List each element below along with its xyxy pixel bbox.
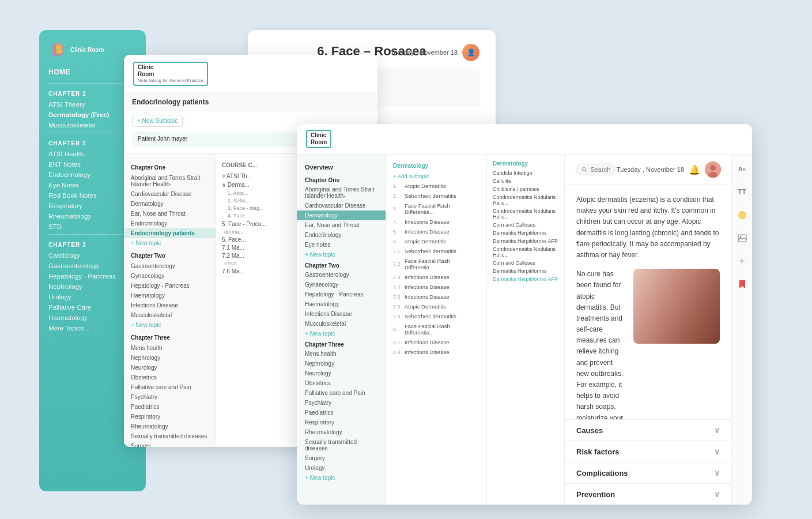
cw2-pallia[interactable]: Palliative care and Pain xyxy=(297,388,386,398)
cw2-musculo[interactable]: Musculoskeletal xyxy=(297,319,386,329)
new-subtopic-btn[interactable]: + New Subtopic xyxy=(132,115,183,127)
accordion-prevention[interactable]: Prevention ∨ xyxy=(565,483,731,505)
cw2-obst[interactable]: Obstetrics xyxy=(297,378,386,388)
cw2-resp[interactable]: Respiratory xyxy=(297,418,386,427)
sidebar-ear-1[interactable]: Ear, Nose and Throat xyxy=(124,209,216,219)
sidebar-cardio-1[interactable]: Cardiovascular Disease xyxy=(124,189,216,199)
cw2-aboriginal[interactable]: Aboriginal and Torres Strait Islander He… xyxy=(297,185,386,201)
sidebar-paed-1[interactable]: Paediatrics xyxy=(124,402,216,412)
sidebar-rheum-1[interactable]: Rheumatology xyxy=(124,422,216,431)
sidebar-gastro-1[interactable]: Gastroenterology xyxy=(124,261,216,271)
sublist-condro-3[interactable]: Condrodermatitis Nodularis Holic... xyxy=(487,245,564,259)
sidebar-musculo-1[interactable]: Musculoskeletal xyxy=(124,310,216,320)
add-btn[interactable]: + xyxy=(735,254,750,269)
list-item-5[interactable]: 5.Infections Disease xyxy=(386,227,486,236)
sidebar-resp-1[interactable]: Respiratory xyxy=(124,412,216,422)
cw2-sti[interactable]: Sexually transmitted diseases xyxy=(297,437,386,453)
sidebar-derm-1[interactable]: Dermatology xyxy=(124,199,216,209)
sidebar-endo-patients[interactable]: Endocrinology patients xyxy=(124,228,216,238)
highlight-btn[interactable] xyxy=(735,208,750,223)
list-item-1[interactable]: 1.Atopic Dermatitis xyxy=(386,181,486,191)
cw2-surg[interactable]: Surgery xyxy=(297,453,386,463)
cw2-mens[interactable]: Mens health xyxy=(297,349,386,359)
list-item-4[interactable]: 4.Infections Disease xyxy=(386,217,486,227)
sidebar-obst-1[interactable]: Obstetrics xyxy=(124,373,216,382)
accordion-prevention-header[interactable]: Prevention ∨ xyxy=(576,490,720,499)
list-item-7-8[interactable]: 7.8Seborrheic dermatitis xyxy=(386,311,486,321)
accordion-complications[interactable]: Complications ∨ xyxy=(565,462,731,483)
sublist-condro-1[interactable]: Condrodermatitis Nodularis Helic... xyxy=(487,193,564,207)
list-item-3[interactable]: 3.Face Fascial Rash Differentia... xyxy=(386,201,486,217)
sublist-chilblains[interactable]: Chilblains / pernosis xyxy=(487,185,564,193)
sidebar-haem-1[interactable]: Haematology xyxy=(124,291,216,300)
sidebar-surg-1[interactable]: Surgery xyxy=(124,441,216,447)
accordion-risk[interactable]: Risk factors ∨ xyxy=(565,441,731,462)
text-format-btn[interactable]: TT xyxy=(735,185,750,200)
list-item-2[interactable]: 2.Seborrheic dermatitis xyxy=(386,191,486,201)
cw2-add-3[interactable]: + New topic xyxy=(297,473,386,483)
search-notes-container[interactable] xyxy=(575,163,617,176)
cw2-rheum[interactable]: Rheumatology xyxy=(297,427,386,437)
image-btn[interactable] xyxy=(735,231,750,246)
cw2-urol[interactable]: Urology xyxy=(297,463,386,473)
bookmark-btn[interactable] xyxy=(735,277,750,292)
sublist-condro-2[interactable]: Condrodermatitis Nodularis Helic... xyxy=(487,207,564,221)
sidebar-hep-1[interactable]: Hepatology - Pancreas xyxy=(124,281,216,291)
cw2-haem[interactable]: Haematology xyxy=(297,299,386,309)
sublist-cellulite[interactable]: Cellulite xyxy=(487,177,564,185)
sublist-derm-herpiti[interactable]: Dermatitis Herpitiformis xyxy=(487,229,564,237)
sidebar-pallia-1[interactable]: Palliative care and Pain xyxy=(124,382,216,392)
list-item-7-5[interactable]: 7.5Infections Disease xyxy=(386,292,486,302)
sidebar-neuro-1[interactable]: Neurology xyxy=(124,363,216,373)
list-item-7-6[interactable]: 7.6Atopic Dermatitis xyxy=(386,302,486,311)
cw2-hep[interactable]: Hepatology - Pancreas xyxy=(297,289,386,299)
font-size-btn[interactable]: AA xyxy=(735,161,750,176)
list-item-8-1[interactable]: 8.1Infections Disease xyxy=(386,337,486,347)
cw2-add-2[interactable]: + New topic xyxy=(297,329,386,339)
cw2-nephro[interactable]: Nephrology xyxy=(297,359,386,368)
sidebar-gynae-1[interactable]: Gynaecology xyxy=(124,271,216,281)
cw2-paed[interactable]: Paediatrics xyxy=(297,408,386,418)
cw2-dermatology[interactable]: Dermatology xyxy=(297,210,386,220)
cw2-cardio[interactable]: Cardiovascular Disease xyxy=(297,201,386,210)
sidebar-endo-1[interactable]: Endocrinology xyxy=(124,219,216,228)
sidebar-sti-1[interactable]: Sexually transmitted diseases xyxy=(124,431,216,441)
sublist-corn-2[interactable]: Corn and Calluses xyxy=(487,259,564,267)
cw2-neuro[interactable]: Neurology xyxy=(297,368,386,378)
sidebar-aboriginal[interactable]: Aboriginal and Torres Strait Islander He… xyxy=(124,173,216,189)
cw2-gynae[interactable]: Gynaecology xyxy=(297,280,386,289)
cw2-eye[interactable]: Eye notes xyxy=(297,240,386,250)
cw2-add-1[interactable]: + New topic xyxy=(297,250,386,260)
sublist-candida[interactable]: Candida Intertigo xyxy=(487,169,564,177)
sidebar-add-2[interactable]: + New topic xyxy=(124,320,216,330)
cw2-infect[interactable]: Infections Disease xyxy=(297,309,386,319)
cw2-ear[interactable]: Ear, Nose and Throat xyxy=(297,220,386,230)
accordion-risk-header[interactable]: Risk factors ∨ xyxy=(576,447,720,456)
list-item-8-9[interactable]: 8.9Infections Disease xyxy=(386,347,486,357)
list-item-7-4[interactable]: 7.4Infections Disease xyxy=(386,282,486,292)
sidebar-nephro-1[interactable]: Nephrology xyxy=(124,353,216,363)
cw2-gastro[interactable]: Gastroenterology xyxy=(297,270,386,280)
list-item-6[interactable]: 6.Atopic Dermatitis xyxy=(386,236,486,246)
sidebar-infect-1[interactable]: Infections Disease xyxy=(124,300,216,310)
overview-label[interactable]: Overview xyxy=(297,160,386,174)
sidebar-psych-1[interactable]: Psychiatry xyxy=(124,392,216,402)
list-item-7-2[interactable]: 7.2Face Fascial Rash Differentia... xyxy=(386,256,486,272)
accordion-complications-header[interactable]: Complications ∨ xyxy=(576,468,720,477)
search-notes-input[interactable] xyxy=(590,166,610,173)
sublist-corn-1[interactable]: Corn and Calluses xyxy=(487,221,564,229)
list-item-7-3[interactable]: 7.3Infections Disease xyxy=(386,272,486,282)
sidebar-mens-1[interactable]: Mens health xyxy=(124,343,216,353)
sublist-derm-herpiti-2[interactable]: Dermatitis Herpitiformis xyxy=(487,267,564,275)
sublist-derm-afp[interactable]: Dermatitis Herpitiformis AFP xyxy=(487,237,564,245)
list-item-7-1[interactable]: 7.1Seborrheic dermatitis xyxy=(386,246,486,256)
accordion-causes-header[interactable]: Causes ∨ xyxy=(576,426,720,435)
cw2-psych[interactable]: Psychiatry xyxy=(297,398,386,408)
cw2-endo[interactable]: Endocrinology xyxy=(297,230,386,240)
sidebar-add-1[interactable]: + New topic xyxy=(124,238,216,248)
accordion-causes[interactable]: Causes ∨ xyxy=(565,419,731,441)
add-subtopic-btn[interactable]: + Add subtopic xyxy=(386,171,486,181)
bell-icon[interactable]: 🔔 xyxy=(689,164,700,175)
sublist-derm-afp-2[interactable]: Dermatitis Herpitiformis AFP xyxy=(487,275,564,283)
list-item-8[interactable]: 8.Face Fascial Rash Differentia... xyxy=(386,321,486,337)
